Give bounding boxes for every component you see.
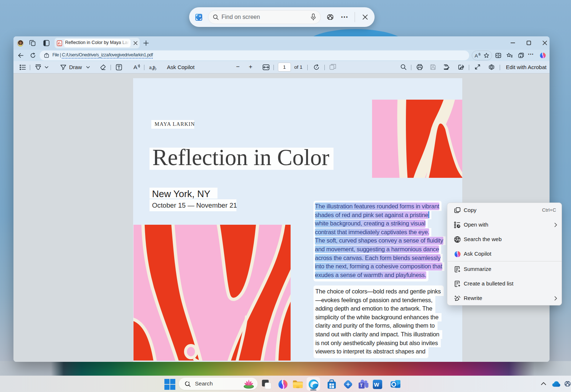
svg-text:あ: あ (152, 65, 157, 71)
svg-text:PDF: PDF (59, 44, 61, 46)
svg-text:a: a (149, 65, 152, 70)
svg-text:T: T (360, 383, 363, 388)
svg-text:W: W (374, 381, 379, 388)
svg-text:A: A (475, 53, 478, 59)
svg-text:A: A (133, 64, 137, 70)
